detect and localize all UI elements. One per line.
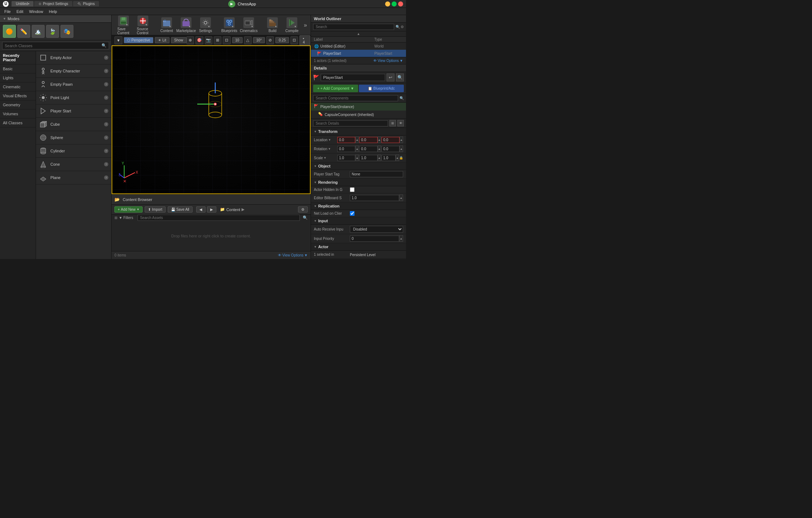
scale-x-input[interactable] bbox=[337, 155, 355, 161]
empty-pawn-info[interactable]: ? bbox=[104, 82, 108, 86]
blueprints-button[interactable]: Blueprints bbox=[220, 16, 238, 34]
place-item-empty-character[interactable]: Empty Character ? bbox=[36, 64, 111, 78]
comp-player-start[interactable]: 🚩 PlayerStart(Instance) bbox=[311, 103, 406, 111]
menu-edit[interactable]: Edit bbox=[14, 9, 26, 14]
mode-place[interactable]: 🟠 bbox=[3, 25, 16, 38]
rotation-z-spin-up[interactable]: ▲ bbox=[400, 146, 403, 152]
cat-visual-effects[interactable]: Visual Effects bbox=[0, 91, 36, 101]
add-component-button[interactable]: + + Add Component ▼ bbox=[313, 85, 358, 92]
content-browser-settings-btn[interactable]: ⚙ bbox=[298, 206, 308, 213]
content-browser-drop-area[interactable]: Drop files here or right click to create… bbox=[112, 221, 311, 251]
actor-section-header[interactable]: Actor bbox=[311, 243, 406, 251]
content-browser-view-options[interactable]: 👁 View Options ▼ bbox=[278, 253, 308, 257]
net-load-checkbox[interactable] bbox=[350, 211, 355, 216]
point-light-info[interactable]: ? bbox=[104, 95, 108, 100]
location-y-input[interactable] bbox=[359, 137, 377, 143]
grid-size-btn[interactable]: 10 bbox=[232, 37, 243, 43]
editor-billboard-input[interactable] bbox=[350, 195, 399, 201]
object-section-header[interactable]: Object bbox=[311, 162, 406, 170]
add-new-button[interactable]: + Add New ▼ bbox=[114, 206, 143, 213]
comp-capsule[interactable]: 💊 CapsuleComponent (Inherited) bbox=[311, 111, 406, 119]
maximize-viewport-btn[interactable]: ⊡ bbox=[290, 36, 298, 44]
perspective-button[interactable]: ⬡ Perspective bbox=[124, 37, 153, 43]
scale-snap-icon[interactable]: ⊘ bbox=[266, 36, 274, 44]
content-button[interactable]: Content bbox=[158, 16, 176, 34]
rotation-x-spin-up[interactable]: ▲ bbox=[355, 146, 359, 152]
search-assets-input[interactable] bbox=[137, 215, 300, 221]
rotation-y-spin-up[interactable]: ▲ bbox=[378, 146, 381, 152]
player-start-info[interactable]: ? bbox=[104, 109, 108, 113]
empty-character-info[interactable]: ? bbox=[104, 69, 108, 73]
empty-actor-info[interactable]: ? bbox=[104, 55, 108, 60]
priority-spin-up[interactable]: ▲ bbox=[399, 235, 403, 242]
details-name-input[interactable] bbox=[321, 74, 385, 81]
place-item-point-light[interactable]: Point Light ? bbox=[36, 91, 111, 104]
rotation-z-input[interactable] bbox=[382, 146, 400, 152]
auto-receive-select[interactable]: Disabled bbox=[350, 226, 403, 233]
mode-landscape[interactable]: 🏔️ bbox=[32, 25, 45, 38]
input-section-header[interactable]: Input bbox=[311, 217, 406, 225]
minimize-button[interactable] bbox=[385, 1, 390, 6]
place-item-plane[interactable]: Plane ? bbox=[36, 171, 111, 184]
blueprint-button[interactable]: 📋 Blueprint/Adc bbox=[359, 85, 404, 92]
place-item-player-start[interactable]: Player Start ? bbox=[36, 104, 111, 118]
scale-y-input[interactable] bbox=[359, 155, 377, 161]
replication-section-header[interactable]: Replication bbox=[311, 202, 406, 210]
lit-button[interactable]: ☀ Lit bbox=[155, 37, 170, 43]
scale-z-spin-up[interactable]: ▲ bbox=[396, 155, 399, 161]
cat-volumes[interactable]: Volumes bbox=[0, 110, 36, 119]
mode-mesh[interactable]: 🎭 bbox=[60, 25, 73, 38]
place-item-empty-pawn[interactable]: Empty Pawn ? bbox=[36, 78, 111, 91]
input-priority-input[interactable] bbox=[350, 236, 399, 242]
location-x-spin-up[interactable]: ▲ bbox=[355, 137, 359, 143]
rendering-section-header[interactable]: Rendering bbox=[311, 179, 406, 186]
rotation-x-input[interactable] bbox=[337, 146, 355, 152]
wo-item-playerstart[interactable]: 🚩 PlayerStart PlayerStart bbox=[311, 50, 406, 57]
transform-gizmo-btn[interactable]: ⊕ bbox=[186, 36, 194, 44]
maximize-button[interactable] bbox=[392, 1, 397, 6]
grid-btn[interactable]: ⊞ bbox=[214, 36, 221, 44]
forward-button[interactable]: ▶ bbox=[207, 206, 216, 213]
place-item-empty-actor[interactable]: Empty Actor ? bbox=[36, 51, 111, 64]
details-eye-btn[interactable]: 👁 bbox=[397, 120, 404, 126]
rotation-snap-icon[interactable]: △ bbox=[244, 36, 252, 44]
screen-percentage-btn[interactable]: ▪ 4 bbox=[299, 35, 310, 45]
wo-view-options[interactable]: 👁 View Options ▼ bbox=[373, 59, 403, 63]
import-button[interactable]: ⬆ Import bbox=[145, 206, 165, 213]
transform-section-header[interactable]: Transform bbox=[311, 128, 406, 135]
components-search-input[interactable] bbox=[313, 95, 398, 101]
actor-hidden-checkbox[interactable] bbox=[350, 187, 355, 192]
search-classes-input[interactable] bbox=[5, 44, 102, 48]
scale-x-spin-up[interactable]: ▲ bbox=[355, 155, 359, 161]
plane-info[interactable]: ? bbox=[104, 175, 108, 180]
save-current-button[interactable]: Save Current bbox=[114, 15, 132, 36]
mode-foliage[interactable]: 🍃 bbox=[46, 25, 59, 38]
camera-speed-btn[interactable]: 📷 bbox=[205, 36, 212, 44]
marketplace-button[interactable]: Marketplace bbox=[177, 16, 195, 34]
location-y-spin-up[interactable]: ▲ bbox=[378, 137, 381, 143]
show-button[interactable]: Show bbox=[171, 37, 186, 43]
cat-recently-placed[interactable]: Recently Placed bbox=[0, 51, 36, 64]
place-item-cube[interactable]: Cube ? bbox=[36, 118, 111, 131]
cat-cinematic[interactable]: Cinematic bbox=[0, 82, 36, 91]
cylinder-info[interactable]: ? bbox=[104, 149, 108, 153]
details-browse-btn[interactable]: 🔍 bbox=[396, 73, 404, 81]
wo-search-input[interactable] bbox=[313, 24, 394, 30]
location-x-input[interactable] bbox=[337, 137, 355, 143]
cat-lights[interactable]: Lights bbox=[0, 73, 36, 82]
place-item-cylinder[interactable]: Cylinder ? bbox=[36, 144, 111, 158]
scale-z-input[interactable] bbox=[382, 155, 396, 161]
rotation-y-input[interactable] bbox=[359, 146, 377, 152]
cube-info[interactable]: ? bbox=[104, 122, 108, 126]
place-item-sphere[interactable]: Sphere ? bbox=[36, 131, 111, 144]
menu-file[interactable]: File bbox=[1, 9, 14, 14]
tab-untitled[interactable]: Untitled• bbox=[12, 1, 33, 6]
close-button[interactable] bbox=[398, 1, 403, 6]
details-search-input[interactable] bbox=[313, 120, 388, 126]
cat-all-classes[interactable]: All Classes bbox=[0, 119, 36, 128]
details-table-btn[interactable]: ⊞ bbox=[389, 120, 396, 126]
scale-size-btn[interactable]: 0.25 bbox=[275, 37, 289, 43]
cat-basic[interactable]: Basic bbox=[0, 64, 36, 73]
rotation-size-btn[interactable]: 10° bbox=[253, 37, 265, 43]
build-button[interactable]: Build bbox=[263, 16, 281, 34]
